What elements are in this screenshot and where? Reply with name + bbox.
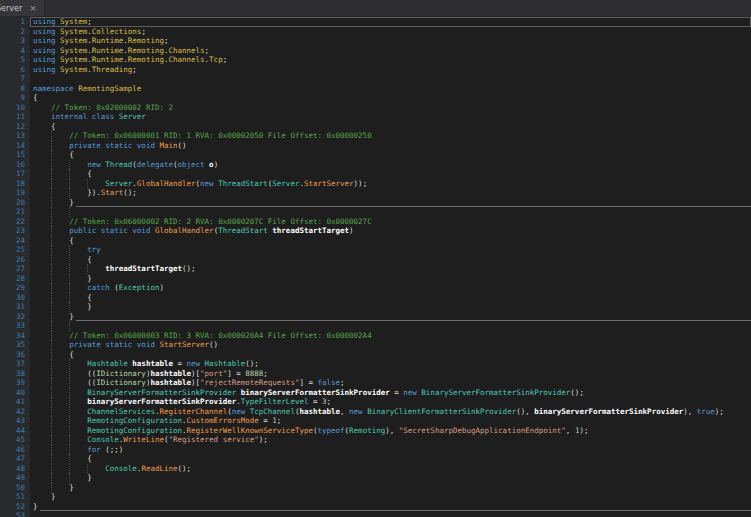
code-token: , (566, 426, 575, 435)
code-line-content[interactable]: } (30, 312, 751, 322)
code-token: ; (327, 397, 332, 406)
code-line-content[interactable]: // Token: 0x02000002 RID: 2 (30, 103, 751, 113)
code-line-content[interactable]: new Thread(delegate(object o) (30, 160, 751, 170)
code-token: ; (277, 416, 282, 425)
code-token (33, 293, 87, 302)
code-line-content[interactable]: } (30, 502, 751, 512)
code-token: private (69, 141, 101, 150)
code-line-content[interactable]: } (30, 483, 751, 493)
code-line-content[interactable]: Console.WriteLine("Registered service"); (30, 435, 751, 445)
code-line-content[interactable]: } (30, 302, 751, 312)
code-line-content[interactable]: public static void GlobalHandler(ThreadS… (30, 226, 751, 236)
code-line-content[interactable]: // Token: 0x06000002 RID: 2 RVA: 0x00002… (30, 217, 751, 227)
code-token: } (33, 502, 38, 511)
code-line-content[interactable]: { (30, 169, 751, 179)
indent-guide (69, 378, 70, 388)
code-token: Threading (92, 65, 133, 74)
code-line-content[interactable]: using System.Runtime.Remoting; (30, 36, 751, 46)
code-line-content[interactable]: RemotingConfiguration.RegisterWellKnownS… (30, 426, 751, 436)
code-line-content[interactable]: { (30, 293, 751, 303)
code-line-content[interactable]: { (30, 454, 751, 464)
code-line-content[interactable]: { (30, 255, 751, 265)
code-line-content[interactable]: binaryServerFormatterSinkProvider.TypeFi… (30, 397, 751, 407)
code-line-content[interactable]: RemotingConfiguration.CustomErrorsMode =… (30, 416, 751, 426)
code-line-content[interactable]: ChannelServices.RegisterChannel(new TcpC… (30, 407, 751, 417)
code-line-content[interactable]: { (30, 236, 751, 246)
code-lines: 1using System;2using System.Collections;… (0, 17, 751, 517)
code-line-content[interactable]: { (30, 150, 751, 160)
code-line-content[interactable]: BinaryServerFormatterSinkProvider binary… (30, 388, 751, 398)
code-token: = (173, 359, 187, 368)
code-line-content[interactable] (30, 511, 751, 517)
code-line: 7 (0, 74, 751, 84)
indent-guide (51, 416, 52, 426)
indent-guide (69, 302, 70, 312)
code-line-content[interactable]: Hashtable hashtable = new Hashtable(); (30, 359, 751, 369)
code-line-content[interactable]: private static void Main() (30, 141, 751, 151)
code-line-content[interactable]: // Token: 0x06000003 RID: 3 RVA: 0x00002… (30, 331, 751, 341)
code-line-content[interactable]: { (30, 350, 751, 360)
code-line-content[interactable]: threadStartTarget(); (30, 264, 751, 274)
tab-close-icon[interactable]: × (29, 4, 37, 13)
code-line-content[interactable]: // Token: 0x06000001 RID: 1 RVA: 0x00002… (30, 131, 751, 141)
code-token (33, 245, 87, 254)
code-line-content[interactable]: using System.Runtime.Remoting.Channels; (30, 46, 751, 56)
code-line-content[interactable]: namespace RemotingSample (30, 84, 751, 94)
code-line-content[interactable]: { (30, 122, 751, 132)
code-line-content[interactable]: using System.Runtime.Remoting.Channels.T… (30, 55, 751, 65)
code-line-content[interactable]: private static void StartServer() (30, 340, 751, 350)
code-line: 49 } (0, 473, 751, 483)
line-number: 46 (0, 445, 30, 455)
code-line-content[interactable]: internal class Server (30, 112, 751, 122)
code-token: ); (715, 407, 724, 416)
code-line: 35 private static void StartServer() (0, 340, 751, 350)
code-line-content[interactable] (30, 207, 751, 217)
code-token: RemotingConfiguration (87, 426, 182, 435)
code-line-content[interactable]: try (30, 245, 751, 255)
code-line-content[interactable] (30, 321, 751, 331)
line-number: 17 (0, 169, 30, 179)
code-line-content[interactable]: { (30, 93, 751, 103)
code-line-content[interactable]: using System; (30, 17, 751, 27)
code-token: hashtable (299, 407, 340, 416)
code-line-content[interactable]: Console.ReadLine(); (30, 464, 751, 474)
code-line-content[interactable]: }).Start(); (30, 188, 751, 198)
indent-guide (51, 179, 52, 189)
code-line-content[interactable]: for (;;) (30, 445, 751, 455)
code-token: delegate (137, 160, 173, 169)
indent-guide (69, 445, 70, 455)
line-number: 27 (0, 264, 30, 274)
code-line-content[interactable]: ((IDictionary)hashtable)["rejectRemoteRe… (30, 378, 751, 388)
code-token: GlobalHandler (137, 179, 196, 188)
code-token: for (87, 445, 101, 454)
code-token: object (178, 160, 205, 169)
code-line-content[interactable]: using System.Threading; (30, 65, 751, 75)
tab-server[interactable]: Server × (0, 0, 45, 17)
code-token: ; (263, 369, 268, 378)
code-line-content[interactable]: } (30, 492, 751, 502)
code-line-content[interactable] (30, 74, 751, 84)
code-line-content[interactable]: Server.GlobalHandler(new ThreadStart(Ser… (30, 179, 751, 189)
code-token: Runtime (92, 55, 124, 64)
code-token (33, 255, 87, 264)
line-number: 33 (0, 321, 30, 331)
indent-guide (51, 207, 52, 217)
code-line-content[interactable]: ((IDictionary)hashtable)["port"] = 8888; (30, 369, 751, 379)
line-number: 30 (0, 293, 30, 303)
line-number: 38 (0, 369, 30, 379)
code-line-content[interactable]: } (30, 198, 751, 208)
code-line-content[interactable]: using System.Collections; (30, 27, 751, 37)
code-line-content[interactable]: } (30, 274, 751, 284)
code-editor[interactable]: 1using System;2using System.Collections;… (0, 17, 751, 517)
code-line-content[interactable]: } (30, 473, 751, 483)
code-token: System (60, 65, 87, 74)
code-token (33, 302, 87, 311)
code-line-content[interactable]: catch (Exception) (30, 283, 751, 293)
code-token: { (69, 236, 74, 245)
line-number: 18 (0, 179, 30, 189)
code-token: ; (87, 17, 92, 26)
code-token: { (87, 454, 92, 463)
code-line: 38 ((IDictionary)hashtable)["port"] = 88… (0, 369, 751, 379)
code-token: binaryServerFormatterSinkProvider (534, 407, 683, 416)
code-line: 46 for (;;) (0, 445, 751, 455)
